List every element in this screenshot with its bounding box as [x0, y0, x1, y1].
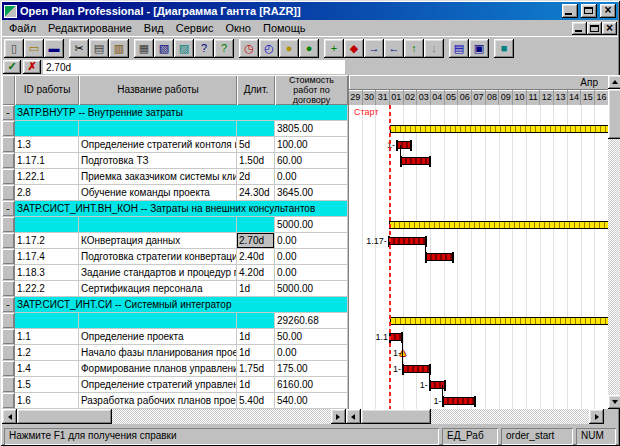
- cell-duration[interactable]: 1.50d: [237, 153, 275, 169]
- toolbar-window-layout-button[interactable]: ■: [494, 39, 514, 58]
- summary-bar[interactable]: [390, 125, 608, 133]
- menu-item-Окно[interactable]: Окно: [219, 21, 257, 35]
- cell-duration[interactable]: [237, 217, 275, 233]
- cell-cost[interactable]: 5000.00: [275, 281, 348, 297]
- menu-item-Сервис[interactable]: Сервис: [170, 21, 220, 35]
- toolbar-move-down-button[interactable]: ↓: [424, 39, 444, 58]
- cell-id[interactable]: 1.17.1: [15, 153, 79, 169]
- toolbar-context-help-button[interactable]: ?: [214, 39, 234, 58]
- cell-id[interactable]: 1.2: [15, 345, 79, 361]
- collapse-toggle[interactable]: -: [2, 201, 15, 217]
- maximize-button[interactable]: [581, 4, 597, 18]
- cell-duration[interactable]: 1.75d: [237, 361, 275, 377]
- task-bar[interactable]: [443, 397, 474, 405]
- task-bar[interactable]: [389, 237, 426, 245]
- toolbar-print-preview-button[interactable]: ▧: [154, 39, 174, 58]
- cell-name[interactable]: Подготовка стратегии конвертации: [79, 249, 237, 265]
- cell-name[interactable]: Задание стандартов и процедур по д: [79, 265, 237, 281]
- cell-cost[interactable]: 0.00: [275, 233, 348, 249]
- cell-duration[interactable]: 2.70d: [237, 233, 275, 249]
- close-button[interactable]: [600, 4, 616, 18]
- toolbar-paste-button[interactable]: ▥: [109, 39, 129, 58]
- collapse-toggle[interactable]: -: [2, 105, 15, 121]
- task-bar[interactable]: [403, 365, 430, 373]
- vertical-scroll-thumb[interactable]: [608, 89, 620, 139]
- table-scroll-thumb[interactable]: [17, 409, 112, 424]
- toolbar-save-file-button[interactable]: ▬: [44, 39, 64, 58]
- toolbar-resource-analysis-button[interactable]: ◴: [259, 39, 279, 58]
- toolbar-outdent-left-button[interactable]: ←: [384, 39, 404, 58]
- cell-duration[interactable]: [237, 313, 275, 329]
- toolbar-open-file-button[interactable]: ▭: [24, 39, 44, 58]
- gantt-scroll-left-button[interactable]: [346, 409, 361, 424]
- cell-id[interactable]: [15, 217, 79, 233]
- cell-name[interactable]: Сертификация персонала: [79, 281, 237, 297]
- toolbar-help-button[interactable]: ?: [194, 39, 214, 58]
- toolbar-move-up-button[interactable]: ↑: [404, 39, 424, 58]
- cell-cost[interactable]: 0.00: [275, 345, 348, 361]
- menu-item-Редактирование[interactable]: Редактирование: [42, 21, 138, 35]
- toolbar-risk-analysis-button[interactable]: ●: [299, 39, 319, 58]
- cell-name[interactable]: Определение стратегий контоля и отч: [79, 137, 237, 153]
- cell-cost[interactable]: 0.00: [275, 249, 348, 265]
- cell-cost[interactable]: 0.00: [275, 169, 348, 185]
- cell-name[interactable]: Разработка рабочих планов проекта: [79, 393, 237, 409]
- summary-bar[interactable]: [390, 317, 608, 325]
- collapse-toggle[interactable]: -: [2, 297, 15, 313]
- menu-item-Вид[interactable]: Вид: [138, 21, 170, 35]
- cell-id[interactable]: 1.22.1: [15, 169, 79, 185]
- child-restore-button[interactable]: [587, 22, 602, 35]
- gantt-scroll-track[interactable]: [361, 409, 589, 424]
- cell-cost[interactable]: 540.00: [275, 393, 348, 409]
- cell-cost[interactable]: 29260.68: [275, 313, 348, 329]
- cell-duration[interactable]: [237, 121, 275, 137]
- cell-name[interactable]: Определение стратегий управления: [79, 377, 237, 393]
- scroll-up-button[interactable]: [608, 75, 620, 89]
- menu-item-Файл[interactable]: Файл: [3, 21, 42, 35]
- toolbar-cut-button[interactable]: ✂: [69, 39, 89, 58]
- gantt-scroll-thumb[interactable]: [361, 409, 431, 424]
- vertical-scroll-track[interactable]: [608, 89, 620, 395]
- cell-id[interactable]: [15, 313, 79, 329]
- cell-cost[interactable]: 3645.00: [275, 185, 348, 201]
- cell-name[interactable]: Определение проекта: [79, 329, 237, 345]
- table-scroll-track[interactable]: [17, 409, 331, 424]
- task-bar[interactable]: [397, 141, 411, 149]
- cell-name[interactable]: Формирование планов управления: [79, 361, 237, 377]
- cell-duration[interactable]: 24.30d: [237, 185, 275, 201]
- cell-cost[interactable]: 6160.00: [275, 377, 348, 393]
- child-close-button[interactable]: [602, 22, 617, 35]
- cell-name[interactable]: Приемка заказчиком системы клиент: [79, 169, 237, 185]
- toolbar-gantt-view-button[interactable]: ▤: [449, 39, 469, 58]
- cell-id[interactable]: 1.22.2: [15, 281, 79, 297]
- gantt-scroll-right-button[interactable]: [589, 409, 604, 424]
- cell-id[interactable]: 1.1: [15, 329, 79, 345]
- cell-name[interactable]: [79, 217, 237, 233]
- cell-id[interactable]: 1.17.4: [15, 249, 79, 265]
- cell-id[interactable]: [15, 121, 79, 137]
- task-bar[interactable]: [426, 253, 453, 261]
- confirm-edit-button[interactable]: [3, 60, 21, 74]
- cell-name[interactable]: Обучение команды проекта: [79, 185, 237, 201]
- toolbar-screen-view-button[interactable]: ▣: [469, 39, 489, 58]
- column-header-cost[interactable]: Стоимость работ по договору: [275, 75, 348, 105]
- cell-cost[interactable]: 60.00: [275, 153, 348, 169]
- cell-cost[interactable]: 0.00: [275, 265, 348, 281]
- column-header-duration[interactable]: Длит.: [237, 75, 275, 105]
- toolbar-add-activity-button[interactable]: +: [324, 39, 344, 58]
- cell-duration[interactable]: 1d: [237, 377, 275, 393]
- cancel-edit-button[interactable]: [23, 60, 41, 74]
- toolbar-copy-button[interactable]: ▤: [89, 39, 109, 58]
- cell-id[interactable]: 1.4: [15, 361, 79, 377]
- cell-id[interactable]: 1.3: [15, 137, 79, 153]
- table-scroll-right-button[interactable]: [331, 409, 346, 424]
- menu-item-Помощь[interactable]: Помощь: [257, 21, 312, 35]
- cell-duration[interactable]: 2.40d: [237, 249, 275, 265]
- toolbar-spreadsheet-button[interactable]: ▨: [174, 39, 194, 58]
- task-bar[interactable]: [401, 157, 430, 165]
- minimize-button[interactable]: [562, 4, 578, 18]
- cell-name[interactable]: [79, 121, 237, 137]
- column-header-id[interactable]: ID работы: [15, 75, 79, 105]
- cell-id[interactable]: 2.8: [15, 185, 79, 201]
- cell-id[interactable]: 1.5: [15, 377, 79, 393]
